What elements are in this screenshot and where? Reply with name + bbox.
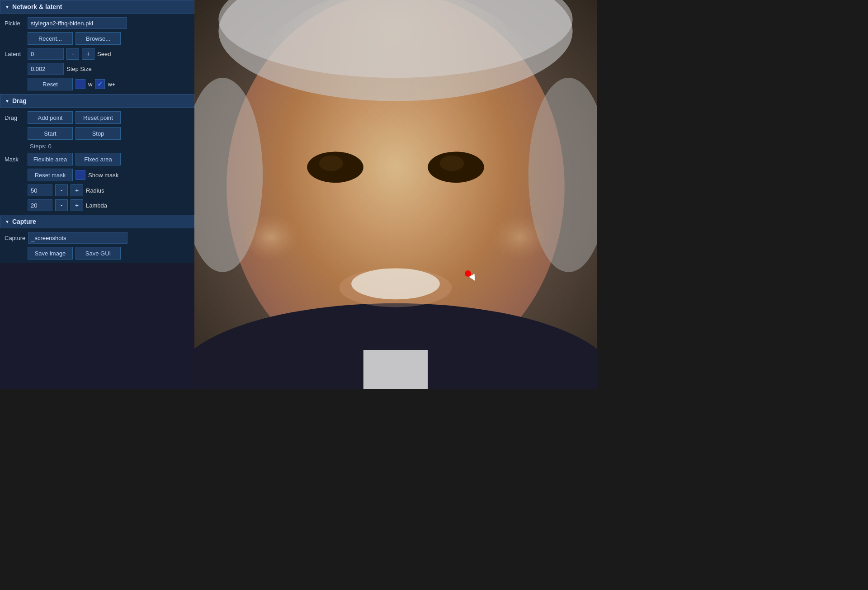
- svg-point-16: [351, 268, 440, 299]
- drag-title: Drag: [12, 97, 27, 104]
- recent-browse-row: Recent... Browse...: [5, 32, 190, 45]
- left-panel: ▼ Network & latent Pickle Recent... Brow…: [0, 0, 194, 389]
- latent-minus-button[interactable]: -: [66, 48, 79, 60]
- svg-point-14: [440, 156, 464, 171]
- radius-plus-button[interactable]: +: [71, 184, 83, 196]
- drag-header[interactable]: ▼ Drag: [0, 94, 194, 108]
- w-checkbox-box: [75, 79, 85, 89]
- reset-button[interactable]: Reset: [28, 78, 73, 90]
- pickle-label: Pickle: [5, 20, 25, 27]
- lambda-row: - + Lambda: [5, 199, 190, 211]
- show-mask-checkbox[interactable]: [75, 170, 85, 180]
- lambda-input[interactable]: [28, 199, 52, 211]
- latent-plus-button[interactable]: +: [82, 48, 94, 60]
- save-image-button[interactable]: Save image: [28, 247, 73, 260]
- face-svg: [194, 0, 597, 389]
- face-image: [194, 0, 597, 389]
- capture-label: Capture: [5, 235, 25, 241]
- network-arrow-icon: ▼: [5, 5, 9, 9]
- step-size-label: Step Size: [66, 66, 92, 72]
- svg-rect-8: [363, 350, 428, 389]
- start-button[interactable]: Start: [28, 127, 73, 140]
- show-mask-label: Show mask: [88, 172, 118, 179]
- wplus-label: w+: [108, 81, 115, 88]
- svg-point-13: [319, 156, 343, 171]
- radius-row: - + Radius: [5, 184, 190, 196]
- steps-label: Steps: 0: [28, 143, 52, 150]
- reset-w-row: Reset w w+: [5, 78, 190, 90]
- radius-minus-button[interactable]: -: [55, 184, 68, 196]
- lambda-plus-button[interactable]: +: [71, 199, 83, 211]
- capture-section-body: Capture Save image Save GUI: [0, 228, 194, 263]
- radius-input[interactable]: [28, 184, 52, 196]
- svg-point-9: [235, 167, 379, 284]
- seed-label: Seed: [97, 51, 111, 57]
- mask-buttons-row: Mask Flexible area Fixed area: [5, 153, 190, 165]
- add-point-button[interactable]: Add point: [28, 111, 73, 124]
- save-buttons-row: Save image Save GUI: [5, 247, 190, 260]
- screenshots-input[interactable]: [28, 232, 127, 244]
- add-reset-point-row: Drag Add point Reset point: [5, 111, 190, 124]
- radius-label: Radius: [86, 187, 104, 194]
- drag-section-body: Drag Add point Reset point Start Stop St…: [0, 108, 194, 215]
- capture-arrow-icon: ▼: [5, 219, 9, 224]
- w-label: w: [88, 81, 92, 88]
- capture-path-row: Capture: [5, 232, 190, 244]
- image-panel: [194, 0, 597, 389]
- reset-mask-row: Reset mask Show mask: [5, 169, 190, 181]
- fixed-area-button[interactable]: Fixed area: [75, 153, 121, 165]
- latent-input[interactable]: [28, 48, 64, 60]
- latent-label: Latent: [5, 51, 25, 57]
- capture-header[interactable]: ▼ Capture: [0, 215, 194, 228]
- capture-title: Capture: [12, 218, 36, 225]
- step-size-row: Step Size: [5, 63, 190, 75]
- step-size-input[interactable]: [28, 63, 64, 75]
- recent-button[interactable]: Recent...: [28, 32, 73, 45]
- network-title: Network & latent: [12, 3, 62, 10]
- network-section-body: Pickle Recent... Browse... Latent - + Se…: [0, 14, 194, 94]
- steps-row: Steps: 0: [5, 143, 190, 150]
- svg-point-10: [412, 167, 557, 284]
- reset-mask-button[interactable]: Reset mask: [28, 169, 73, 181]
- lambda-minus-button[interactable]: -: [55, 199, 68, 211]
- drag-arrow-icon: ▼: [5, 99, 9, 104]
- flexible-area-button[interactable]: Flexible area: [28, 153, 73, 165]
- save-gui-button[interactable]: Save GUI: [75, 247, 121, 260]
- start-stop-row: Start Stop: [5, 127, 190, 140]
- stop-button[interactable]: Stop: [75, 127, 121, 140]
- mask-label: Mask: [5, 156, 25, 163]
- network-latent-header[interactable]: ▼ Network & latent: [0, 0, 194, 14]
- reset-point-button[interactable]: Reset point: [75, 111, 121, 124]
- browse-button[interactable]: Browse...: [75, 32, 121, 45]
- pickle-row: Pickle: [5, 17, 190, 29]
- wplus-checkbox[interactable]: [95, 79, 105, 89]
- drag-label: Drag: [5, 114, 25, 121]
- latent-row: Latent - + Seed: [5, 48, 190, 60]
- pickle-input[interactable]: [28, 17, 127, 29]
- lambda-label: Lambda: [86, 202, 107, 209]
